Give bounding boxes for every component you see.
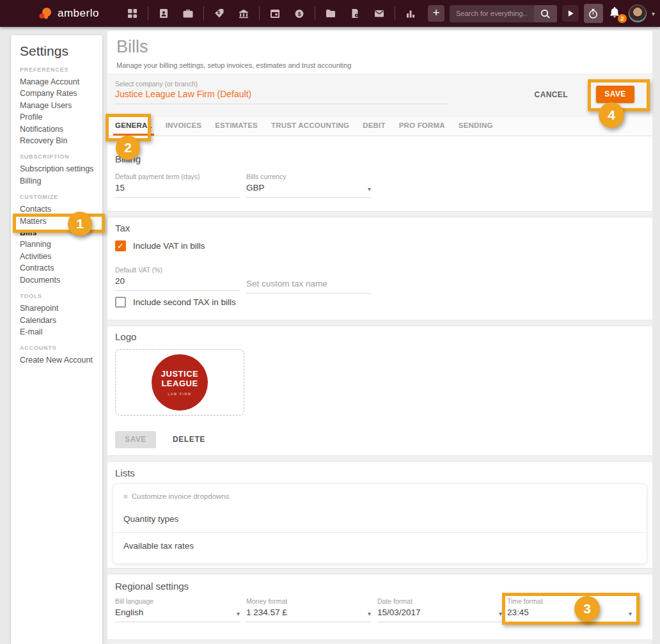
dashboard-chart-icon[interactable] (403, 6, 418, 21)
section-divider (107, 568, 652, 574)
sidebar-item-company-rates[interactable]: Company Rates (11, 88, 102, 99)
logo-delete-button[interactable]: DELETE (173, 435, 205, 444)
tab-estimates[interactable]: ESTIMATES (215, 117, 258, 136)
sidebar-item-activities[interactable]: Activities (11, 251, 102, 262)
global-search (450, 5, 557, 22)
bill-language-label: Bill language (115, 597, 240, 605)
tab-trust-accounting[interactable]: TRUST ACCOUNTING (271, 117, 349, 136)
tab-invoices[interactable]: INVOICES (166, 117, 202, 136)
sidebar-item-recovery-bin[interactable]: Recovery Bin (11, 135, 102, 146)
date-format-field[interactable]: Date format 15/03/2017▾ (377, 597, 502, 622)
sidebar-item-matters[interactable]: Matters (11, 216, 102, 227)
user-avatar[interactable] (629, 4, 647, 22)
sidebar-item-billing[interactable]: Billing (11, 175, 102, 187)
second-tax-checkbox[interactable] (115, 297, 126, 308)
second-tax-label: Include second TAX in bills (133, 297, 236, 307)
bill-language-value[interactable]: English (115, 608, 143, 617)
date-format-value[interactable]: 15/03/2017 (377, 608, 421, 617)
firm-logo-line1: JUSTICE (161, 369, 198, 379)
mail-icon[interactable] (372, 6, 387, 21)
sidebar-item-planning[interactable]: Planning (11, 239, 102, 250)
company-select-label: Select company (or branch) (115, 80, 198, 88)
include-vat-checkbox[interactable]: ✓ (115, 240, 126, 251)
firm-logo-line2: LEAGUE (161, 379, 198, 388)
bill-language-field[interactable]: Bill language English▾ (115, 597, 240, 622)
list-item-quantity-types[interactable]: Quantity types (113, 506, 647, 532)
time-format-label: Time format (507, 597, 632, 605)
stopwatch-icon[interactable] (584, 4, 603, 23)
list-item-available-tax-rates[interactable]: Available tax rates (113, 532, 647, 559)
svg-text:$: $ (217, 10, 220, 15)
sidebar-item-contracts[interactable]: Contracts (11, 262, 102, 274)
sidebar-item-manage-account[interactable]: Manage Account (11, 76, 102, 88)
time-format-value[interactable]: 23:45 (507, 608, 529, 617)
cancel-button[interactable]: CANCEL (535, 90, 568, 99)
sidebar-item-subscription-settings[interactable]: Subscription settings (11, 163, 102, 175)
logo-save-button[interactable]: SAVE (115, 431, 156, 448)
dropdown-caret-icon[interactable]: ▾ (368, 610, 371, 617)
include-vat-checkbox-row[interactable]: ✓ Include VAT in bills (115, 240, 205, 251)
company-select-underline (115, 104, 448, 104)
sidebar-item-profile[interactable]: Profile (11, 111, 102, 123)
tab-pro-forma[interactable]: PRO FORMA (399, 117, 445, 136)
sidebar-item-calendars[interactable]: Calendars (11, 315, 102, 326)
default-payment-term-value[interactable]: 15 (115, 183, 125, 192)
custom-tax-name-field[interactable]: Set custom tax name (246, 266, 371, 294)
company-select[interactable]: Justice League Law Firm (Default) (115, 89, 251, 99)
bills-currency-field[interactable]: Bills currency GBP▾ (246, 173, 371, 198)
sidebar-item-bills[interactable]: Bills (11, 227, 102, 239)
reports-doc-icon[interactable] (347, 6, 363, 21)
tax-section-heading: Tax (115, 223, 130, 233)
amberlo-logo[interactable]: amberlo (38, 6, 114, 20)
dropdown-caret-icon[interactable]: ▾ (237, 610, 240, 617)
time-format-field[interactable]: Time format 23:45▾ (507, 597, 632, 622)
second-tax-checkbox-row[interactable]: Include second TAX in bills (115, 297, 236, 308)
money-format-value[interactable]: 1 234.57 £ (246, 608, 287, 617)
dropdown-caret-icon[interactable]: ▾ (368, 185, 371, 192)
default-vat-value[interactable]: 20 (115, 276, 125, 286)
nav-divider (315, 6, 315, 20)
sidebar-item-documents[interactable]: Documents (11, 274, 102, 286)
tab-general[interactable]: GENERAL (115, 117, 152, 136)
svg-text:$: $ (298, 11, 301, 17)
bills-currency-label: Bills currency (246, 173, 371, 180)
sidebar-item-sharepoint[interactable]: Sharepoint (11, 302, 102, 314)
calendar-icon[interactable] (267, 6, 283, 21)
dropdown-caret-icon[interactable]: ▾ (629, 610, 632, 617)
logo-upload-dropzone[interactable]: JUSTICE LEAGUE LAW FIRM (115, 349, 244, 416)
add-new-button[interactable]: + (428, 5, 444, 22)
contacts-icon[interactable] (156, 6, 171, 21)
firm-logo-line3: LAW FIRM (168, 392, 191, 396)
start-timer-play-icon[interactable] (562, 5, 579, 22)
matters-icon[interactable] (180, 6, 196, 21)
tab-sending[interactable]: SENDING (459, 117, 493, 136)
dropdown-caret-icon[interactable]: ▾ (499, 610, 502, 617)
bills-currency-value[interactable]: GBP (246, 183, 265, 192)
custom-tax-name-placeholder[interactable]: Set custom tax name (246, 279, 327, 288)
billing-tag-icon[interactable]: $ (212, 6, 227, 21)
sidebar-item-contacts[interactable]: Contacts (11, 203, 102, 215)
nav-divider (395, 6, 395, 20)
sidebar-title: Settings (20, 43, 102, 59)
sidebar-item-notifications[interactable]: Notifications (11, 123, 102, 135)
sidebar-item-create-new-account[interactable]: Create New Account (11, 354, 102, 366)
money-format-label: Money format (246, 597, 371, 605)
documents-folder-icon[interactable] (323, 6, 338, 21)
sidebar-item-manage-users[interactable]: Manage Users (11, 100, 102, 111)
nav-divider (203, 6, 204, 20)
save-button[interactable]: SAVE (596, 86, 634, 103)
money-format-field[interactable]: Money format 1 234.57 £▾ (246, 597, 371, 622)
time-billing-icon[interactable]: $ (292, 6, 307, 21)
avatar-menu-caret-icon[interactable]: ▾ (652, 10, 655, 17)
tab-debit[interactable]: DEBIT (363, 117, 386, 136)
billing-section-heading: Billing (115, 153, 141, 164)
default-vat-field[interactable]: Default VAT (%) 20 (115, 266, 240, 291)
notifications-bell-icon[interactable]: 2 (608, 5, 624, 22)
search-icon[interactable] (534, 5, 557, 22)
default-payment-term-field[interactable]: Default payment term (days) 15 (115, 173, 240, 198)
sidebar-item-email[interactable]: E-mail (11, 326, 102, 338)
bank-icon[interactable] (236, 6, 251, 21)
apps-icon[interactable] (125, 6, 140, 21)
search-input[interactable] (450, 5, 534, 22)
sidebar-section-subscription: SUBSCRIPTION (20, 153, 102, 161)
